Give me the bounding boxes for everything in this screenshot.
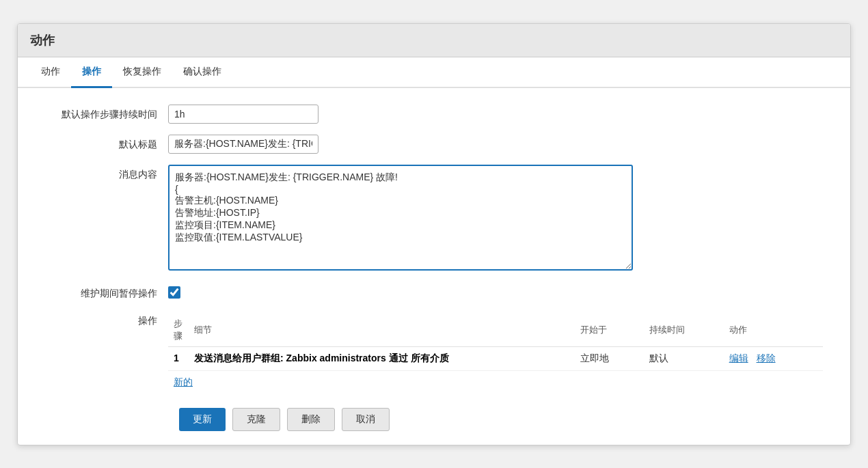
new-row: 新的 [168,370,823,394]
update-button[interactable]: 更新 [179,408,226,431]
default-subject-row: 默认标题 [45,135,823,154]
delete-button[interactable]: 删除 [287,408,335,431]
edit-link[interactable]: 编辑 [729,353,748,363]
message-textarea[interactable]: 服务器:{HOST.NAME}发生: {TRIGGER.NAME} 故障! { … [168,165,633,271]
page-title: 动作 [18,24,850,57]
col-start: 开始于 [575,314,645,347]
default-step-row: 默认操作步骤持续时间 [45,105,823,124]
default-subject-label: 默认标题 [45,135,168,151]
step-num: 1 [168,346,189,370]
default-subject-control [168,135,823,154]
default-step-label: 默认操作步骤持续时间 [45,105,168,121]
clone-button[interactable]: 克隆 [232,408,280,431]
step-actions: 编辑 移除 [724,346,823,370]
default-subject-input[interactable] [168,135,318,154]
message-label: 消息内容 [45,165,168,181]
form-body: 默认操作步骤持续时间 默认标题 消息内容 服务器:{HOST.NAME}发生: … [18,88,850,445]
step-duration: 默认 [644,346,723,370]
tab-bar: 动作 操作 恢复操作 确认操作 [18,57,850,88]
button-row: 更新 克隆 删除 取消 [45,408,823,431]
pause-checkbox[interactable] [168,286,180,299]
operations-label: 操作 [45,311,168,327]
pause-label: 维护期间暂停操作 [45,284,168,300]
operations-row: 操作 步骤 细节 开始于 持续时间 动作 1 [45,311,823,394]
tab-recovery[interactable]: 恢复操作 [112,57,172,88]
new-operation-link[interactable]: 新的 [174,376,193,387]
tab-confirm[interactable]: 确认操作 [172,57,232,88]
operations-control: 步骤 细节 开始于 持续时间 动作 1 发送消息给用户群组: Zabbix ad… [168,311,823,394]
pause-row: 维护期间暂停操作 [45,284,823,300]
col-duration: 持续时间 [644,314,723,347]
step-detail: 发送消息给用户群组: Zabbix administrators 通过 所有介质 [189,346,575,370]
message-row: 消息内容 服务器:{HOST.NAME}发生: {TRIGGER.NAME} 故… [45,165,823,273]
table-row: 1 发送消息给用户群组: Zabbix administrators 通过 所有… [168,346,823,370]
tab-action[interactable]: 动作 [30,57,71,88]
default-step-input[interactable] [168,105,318,124]
pause-control [168,284,823,299]
main-window: 动作 动作 操作 恢复操作 确认操作 默认操作步骤持续时间 默认标题 消息内容 … [17,23,851,445]
tab-operations[interactable]: 操作 [71,57,112,88]
message-control: 服务器:{HOST.NAME}发生: {TRIGGER.NAME} 故障! { … [168,165,823,273]
col-action: 动作 [724,314,823,347]
col-step: 步骤 [168,314,189,347]
default-step-control [168,105,823,124]
step-start: 立即地 [575,346,645,370]
remove-link[interactable]: 移除 [757,353,776,363]
cancel-button[interactable]: 取消 [342,408,390,431]
operations-table: 步骤 细节 开始于 持续时间 动作 1 发送消息给用户群组: Zabbix ad… [168,314,823,394]
col-detail: 细节 [189,314,575,347]
